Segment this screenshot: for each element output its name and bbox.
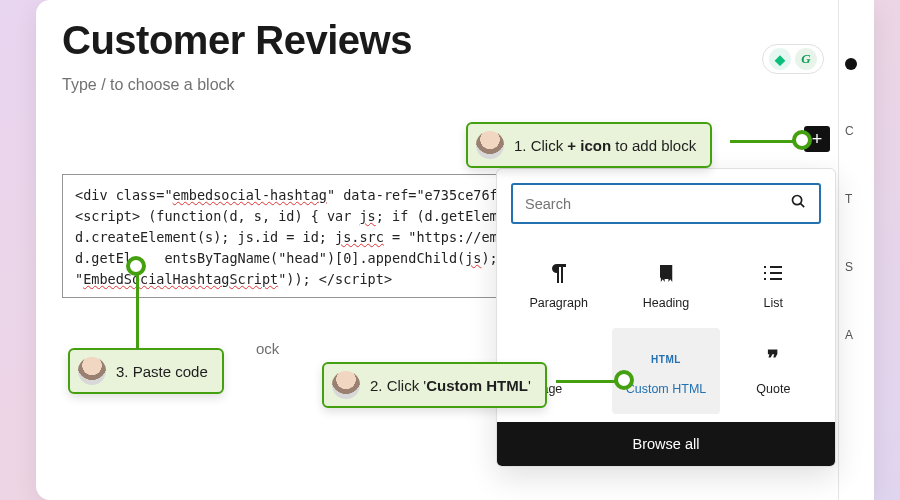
callout-step3: 3. Paste code	[68, 348, 224, 394]
page-subtitle: Type / to choose a block	[62, 76, 235, 94]
block-list[interactable]: List	[720, 242, 827, 328]
svg-point-0	[792, 195, 801, 204]
html-icon: HTML	[651, 346, 681, 372]
connector-line	[556, 380, 620, 383]
svg-line-1	[801, 204, 805, 208]
block-quote[interactable]: ❞ Quote	[720, 328, 827, 414]
search-input[interactable]	[525, 196, 790, 212]
block-heading[interactable]: Heading	[612, 242, 719, 328]
avatar-icon	[476, 131, 504, 159]
block-inserter-popover: Paragraph Heading List mage	[496, 168, 836, 467]
avatar-icon	[332, 371, 360, 399]
search-icon[interactable]	[790, 193, 807, 214]
avatar-icon	[78, 357, 106, 385]
assistant-badges: ◆ G	[762, 44, 824, 74]
callout-step1: 1. Click + icon to add block	[466, 122, 712, 168]
block-grid: Paragraph Heading List mage	[497, 238, 835, 422]
sidebar-dot-icon	[845, 58, 857, 70]
connector-dot	[792, 130, 812, 150]
connector-line	[136, 270, 139, 350]
connector-line	[730, 140, 800, 143]
sidebar-item[interactable]: A	[845, 328, 853, 342]
sidebar-item[interactable]: S	[845, 260, 853, 274]
sidebar-item[interactable]: C	[845, 124, 854, 138]
connector-dot	[614, 370, 634, 390]
editor-card: Customer Reviews Type / to choose a bloc…	[36, 0, 874, 500]
connector-dot	[126, 256, 146, 276]
page-title[interactable]: Customer Reviews	[62, 18, 412, 63]
plus-icon: +	[812, 129, 823, 150]
hint-icon[interactable]: ◆	[769, 48, 791, 70]
paragraph-icon	[549, 260, 569, 286]
search-box[interactable]	[511, 183, 821, 224]
placeholder-fragment: ock	[256, 340, 279, 357]
grammarly-icon[interactable]: G	[795, 48, 817, 70]
callout-step2: 2. Click 'Custom HTML'	[322, 362, 547, 408]
heading-icon	[658, 260, 674, 286]
browse-all-button[interactable]: Browse all	[497, 422, 835, 466]
list-icon	[762, 260, 784, 286]
block-paragraph[interactable]: Paragraph	[505, 242, 612, 328]
quote-icon: ❞	[767, 346, 779, 372]
sidebar-sliver: C T S A	[838, 0, 874, 500]
sidebar-item[interactable]: T	[845, 192, 852, 206]
